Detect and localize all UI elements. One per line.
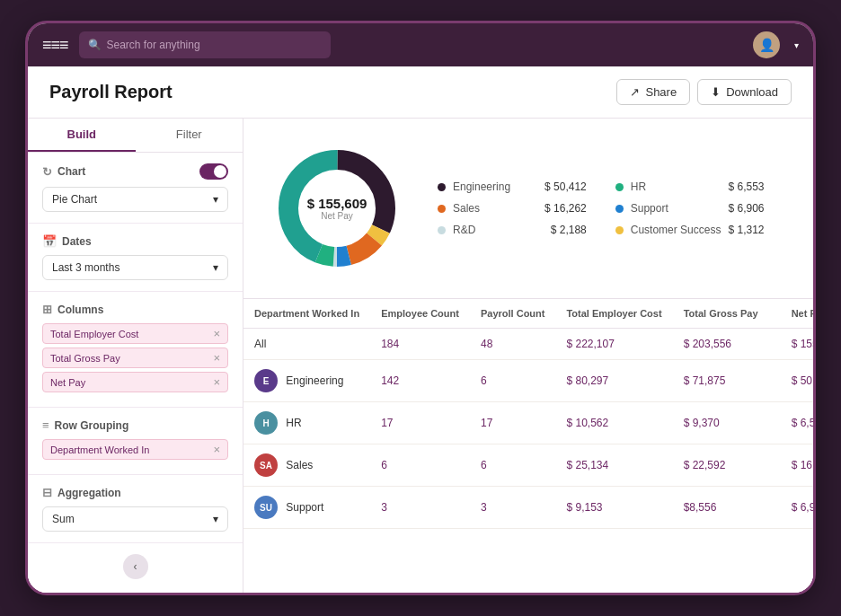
- columns-icon: ⊞: [42, 303, 52, 316]
- gross-cell: $ 71,875: [673, 360, 781, 402]
- chart-display: $ 155,609 Net Pay Engineering $ 50,412: [243, 119, 813, 299]
- legend-dot-rnd: [438, 226, 446, 234]
- net-cell: $ 6,553: [781, 402, 813, 444]
- gross-cell: $ 22,592: [673, 444, 781, 487]
- table-row: All 184 48 $ 222,107 $ 203,556 $ 155,609: [243, 329, 813, 360]
- app-logo: ≡≡≡: [42, 36, 68, 55]
- donut-chart: $ 155,609 Net Pay: [265, 136, 409, 280]
- legend-dot-engineering: [438, 183, 446, 191]
- payroll-count-cell[interactable]: 3: [470, 487, 556, 529]
- cost-cell: $ 9,153: [555, 487, 672, 529]
- download-icon: ⬇: [711, 85, 721, 99]
- calendar-icon: 📅: [42, 234, 57, 248]
- chart-type-chevron: ▾: [213, 193, 218, 206]
- payroll-count-cell[interactable]: 6: [470, 444, 556, 487]
- cost-cell: $ 10,562: [555, 402, 672, 444]
- dept-badge-hr: H: [254, 411, 278, 435]
- emp-count-cell[interactable]: 6: [370, 444, 470, 487]
- aggregation-title: ⊟ Aggregation: [42, 486, 121, 499]
- net-cell: $ 16,262: [781, 444, 813, 487]
- legend-dot-hr: [615, 183, 624, 191]
- row-grouping-title: ≡ Row Grouping: [42, 418, 128, 432]
- download-button[interactable]: ⬇ Download: [697, 79, 792, 105]
- search-icon: 🔍: [88, 39, 102, 51]
- col-header-gross: Total Gross Pay: [673, 299, 781, 329]
- share-icon: ↗: [630, 85, 640, 99]
- legend-rnd: R&D $ 2,188: [438, 224, 587, 236]
- chart-type-select[interactable]: Pie Chart ▾: [42, 187, 228, 212]
- right-content: $ 155,609 Net Pay Engineering $ 50,412: [243, 119, 813, 593]
- emp-count-cell[interactable]: 142: [370, 360, 470, 402]
- legend-customer-success: Customer Success $ 1,312: [615, 224, 765, 236]
- chart-section: ↻ Chart Pie Chart ▾: [28, 153, 243, 224]
- row-grouping-header: ≡ Row Grouping: [42, 418, 228, 432]
- legend-dot-sales: [438, 205, 446, 213]
- legend-support: Support $ 6,906: [615, 202, 765, 215]
- payroll-count-cell[interactable]: 6: [470, 360, 556, 402]
- chart-toggle[interactable]: [199, 163, 228, 180]
- top-bar: ≡≡≡ 🔍 Search for anything 👤 ▾: [28, 23, 813, 66]
- net-cell: $ 50,412: [781, 360, 813, 402]
- user-menu-chevron[interactable]: ▾: [794, 40, 799, 50]
- dept-badge-engineering: E: [254, 369, 278, 392]
- aggregation-icon: ⊟: [42, 486, 52, 499]
- remove-dept-worked-in[interactable]: ×: [213, 443, 220, 456]
- legend-sales: Sales $ 16,262: [438, 202, 587, 215]
- dept-cell: H HR: [243, 402, 370, 444]
- legend-dot-cs: [615, 226, 624, 234]
- col-header-payroll: Payroll Count: [470, 299, 556, 329]
- dates-select[interactable]: Last 3 months ▾: [42, 255, 228, 280]
- emp-count-cell[interactable]: 3: [370, 487, 470, 529]
- chart-section-header: ↻ Chart: [42, 163, 228, 180]
- main-area: Payroll Report ↗ Share ⬇ Download Build …: [28, 66, 813, 593]
- col-header-emp: Employee Count: [370, 299, 470, 329]
- emp-count-cell[interactable]: 184: [370, 329, 470, 360]
- row-grouping-icon: ≡: [42, 418, 49, 432]
- tab-filter[interactable]: Filter: [136, 119, 243, 152]
- donut-center: $ 155,609 Net Pay: [307, 196, 367, 221]
- dates-section-header: 📅 Dates: [42, 234, 228, 248]
- user-avatar[interactable]: 👤: [753, 31, 780, 58]
- net-cell: $ 6,906: [781, 487, 813, 529]
- search-placeholder: Search for anything: [107, 39, 200, 51]
- sidebar-tabs: Build Filter: [28, 119, 243, 153]
- share-button[interactable]: ↗ Share: [616, 79, 690, 105]
- page-title: Payroll Report: [49, 82, 173, 102]
- dates-chevron: ▾: [213, 261, 218, 274]
- gross-cell: $8,556: [673, 487, 781, 529]
- gross-cell: $ 203,556: [673, 329, 781, 360]
- legend-hr: HR $ 6,553: [615, 180, 765, 193]
- table-row: H HR 17 17 $ 10,562 $ 9,370 $ 6,553: [243, 402, 813, 444]
- dept-badge-support: SU: [254, 496, 278, 519]
- remove-total-gross-pay[interactable]: ×: [213, 351, 220, 365]
- aggregation-section: ⊟ Aggregation Sum ▾: [28, 475, 243, 543]
- search-bar[interactable]: 🔍 Search for anything: [79, 31, 331, 58]
- table-row: SA Sales 6 6 $ 25,134 $ 22,592 $ 16,262: [243, 444, 813, 487]
- dates-section: 📅 Dates Last 3 months ▾: [28, 224, 243, 292]
- dept-cell: E Engineering: [243, 360, 370, 402]
- dept-cell: All: [243, 329, 370, 360]
- donut-amount: $ 155,609: [307, 196, 367, 211]
- page-header-actions: ↗ Share ⬇ Download: [616, 79, 792, 105]
- columns-section-title: ⊞ Columns: [42, 303, 103, 316]
- left-sidebar: Build Filter ↻ Chart Pie Chart ▾: [28, 119, 243, 593]
- columns-section-header: ⊞ Columns: [42, 303, 228, 316]
- tab-build[interactable]: Build: [28, 119, 136, 152]
- aggregation-select[interactable]: Sum ▾: [42, 506, 228, 532]
- col-header-dept: Department Worked In: [243, 299, 370, 329]
- cost-cell: $ 80,297: [555, 360, 672, 402]
- page-header: Payroll Report ↗ Share ⬇ Download: [28, 66, 813, 119]
- col-header-cost: Total Employer Cost: [555, 299, 672, 329]
- remove-total-employer-cost[interactable]: ×: [213, 327, 220, 340]
- chip-total-employer-cost: Total Employer Cost ×: [42, 323, 228, 344]
- dept-cell: SA Sales: [243, 444, 370, 487]
- cost-cell: $ 222,107: [555, 329, 672, 360]
- remove-net-pay[interactable]: ×: [213, 375, 220, 389]
- cost-cell: $ 25,134: [555, 444, 672, 487]
- payroll-count-cell[interactable]: 17: [470, 402, 556, 444]
- donut-label: Net Pay: [307, 211, 367, 221]
- data-table: Department Worked In Employee Count Payr…: [243, 299, 813, 593]
- payroll-count-cell[interactable]: 48: [470, 329, 556, 360]
- back-button[interactable]: ‹: [123, 554, 148, 579]
- emp-count-cell[interactable]: 17: [370, 402, 470, 444]
